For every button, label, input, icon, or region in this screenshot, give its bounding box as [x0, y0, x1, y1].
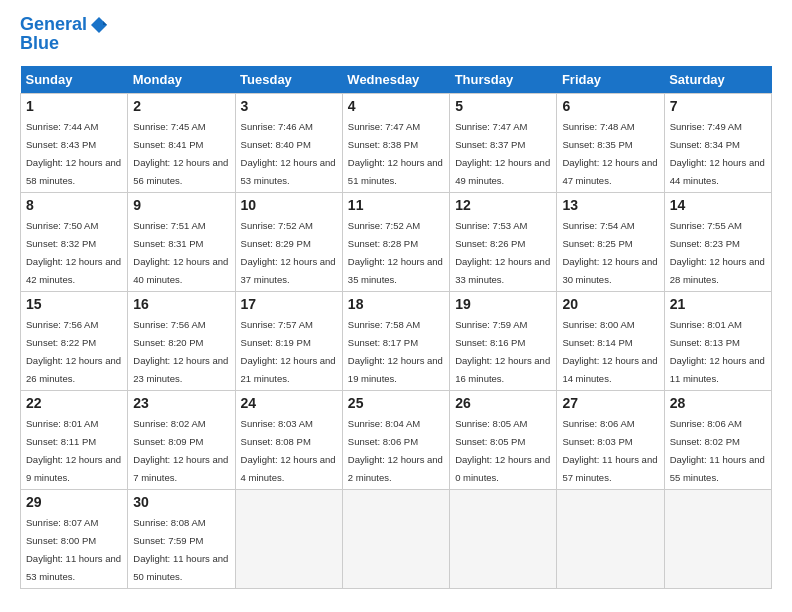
day-info: Sunrise: 7:49 AMSunset: 8:34 PMDaylight:… — [670, 121, 765, 186]
calendar-row-2: 15 Sunrise: 7:56 AMSunset: 8:22 PMDaylig… — [21, 292, 772, 391]
day-info: Sunrise: 8:06 AMSunset: 8:03 PMDaylight:… — [562, 418, 657, 483]
day-number: 2 — [133, 98, 229, 114]
day-info: Sunrise: 7:48 AMSunset: 8:35 PMDaylight:… — [562, 121, 657, 186]
day-cell-13: 13 Sunrise: 7:54 AMSunset: 8:25 PMDaylig… — [557, 193, 664, 292]
day-cell-4: 4 Sunrise: 7:47 AMSunset: 8:38 PMDayligh… — [342, 94, 449, 193]
day-info: Sunrise: 8:05 AMSunset: 8:05 PMDaylight:… — [455, 418, 550, 483]
day-number: 9 — [133, 197, 229, 213]
header-thursday: Thursday — [450, 66, 557, 94]
day-cell-19: 19 Sunrise: 7:59 AMSunset: 8:16 PMDaylig… — [450, 292, 557, 391]
day-cell-7: 7 Sunrise: 7:49 AMSunset: 8:34 PMDayligh… — [664, 94, 771, 193]
day-number: 23 — [133, 395, 229, 411]
day-number: 10 — [241, 197, 337, 213]
page-header: General Blue — [20, 15, 772, 54]
day-info: Sunrise: 7:47 AMSunset: 8:38 PMDaylight:… — [348, 121, 443, 186]
day-number: 21 — [670, 296, 766, 312]
day-number: 5 — [455, 98, 551, 114]
day-info: Sunrise: 7:56 AMSunset: 8:22 PMDaylight:… — [26, 319, 121, 384]
day-cell-2: 2 Sunrise: 7:45 AMSunset: 8:41 PMDayligh… — [128, 94, 235, 193]
day-cell-21: 21 Sunrise: 8:01 AMSunset: 8:13 PMDaylig… — [664, 292, 771, 391]
logo-text: General — [20, 15, 87, 35]
day-info: Sunrise: 7:51 AMSunset: 8:31 PMDaylight:… — [133, 220, 228, 285]
day-info: Sunrise: 7:58 AMSunset: 8:17 PMDaylight:… — [348, 319, 443, 384]
day-cell-17: 17 Sunrise: 7:57 AMSunset: 8:19 PMDaylig… — [235, 292, 342, 391]
day-cell-10: 10 Sunrise: 7:52 AMSunset: 8:29 PMDaylig… — [235, 193, 342, 292]
day-number: 22 — [26, 395, 122, 411]
day-cell-20: 20 Sunrise: 8:00 AMSunset: 8:14 PMDaylig… — [557, 292, 664, 391]
day-number: 14 — [670, 197, 766, 213]
day-number: 13 — [562, 197, 658, 213]
day-cell-23: 23 Sunrise: 8:02 AMSunset: 8:09 PMDaylig… — [128, 391, 235, 490]
header-saturday: Saturday — [664, 66, 771, 94]
day-info: Sunrise: 8:07 AMSunset: 8:00 PMDaylight:… — [26, 517, 121, 582]
day-cell-26: 26 Sunrise: 8:05 AMSunset: 8:05 PMDaylig… — [450, 391, 557, 490]
day-info: Sunrise: 8:01 AMSunset: 8:13 PMDaylight:… — [670, 319, 765, 384]
logo-blue: Blue — [20, 33, 59, 54]
calendar-row-3: 22 Sunrise: 8:01 AMSunset: 8:11 PMDaylig… — [21, 391, 772, 490]
day-cell-30: 30 Sunrise: 8:08 AMSunset: 7:59 PMDaylig… — [128, 490, 235, 589]
day-cell-1: 1 Sunrise: 7:44 AMSunset: 8:43 PMDayligh… — [21, 94, 128, 193]
day-cell-12: 12 Sunrise: 7:53 AMSunset: 8:26 PMDaylig… — [450, 193, 557, 292]
day-info: Sunrise: 7:59 AMSunset: 8:16 PMDaylight:… — [455, 319, 550, 384]
day-number: 11 — [348, 197, 444, 213]
day-info: Sunrise: 7:50 AMSunset: 8:32 PMDaylight:… — [26, 220, 121, 285]
day-info: Sunrise: 7:54 AMSunset: 8:25 PMDaylight:… — [562, 220, 657, 285]
day-cell-3: 3 Sunrise: 7:46 AMSunset: 8:40 PMDayligh… — [235, 94, 342, 193]
day-info: Sunrise: 7:47 AMSunset: 8:37 PMDaylight:… — [455, 121, 550, 186]
logo-icon — [89, 15, 109, 35]
day-number: 8 — [26, 197, 122, 213]
day-number: 6 — [562, 98, 658, 114]
day-cell-6: 6 Sunrise: 7:48 AMSunset: 8:35 PMDayligh… — [557, 94, 664, 193]
day-cell-18: 18 Sunrise: 7:58 AMSunset: 8:17 PMDaylig… — [342, 292, 449, 391]
day-number: 4 — [348, 98, 444, 114]
day-cell-24: 24 Sunrise: 8:03 AMSunset: 8:08 PMDaylig… — [235, 391, 342, 490]
day-cell-15: 15 Sunrise: 7:56 AMSunset: 8:22 PMDaylig… — [21, 292, 128, 391]
day-number: 16 — [133, 296, 229, 312]
day-number: 1 — [26, 98, 122, 114]
day-info: Sunrise: 7:52 AMSunset: 8:29 PMDaylight:… — [241, 220, 336, 285]
day-info: Sunrise: 8:01 AMSunset: 8:11 PMDaylight:… — [26, 418, 121, 483]
day-cell-22: 22 Sunrise: 8:01 AMSunset: 8:11 PMDaylig… — [21, 391, 128, 490]
day-number: 26 — [455, 395, 551, 411]
logo: General Blue — [20, 15, 109, 54]
day-cell-29: 29 Sunrise: 8:07 AMSunset: 8:00 PMDaylig… — [21, 490, 128, 589]
day-number: 27 — [562, 395, 658, 411]
day-number: 18 — [348, 296, 444, 312]
day-cell-11: 11 Sunrise: 7:52 AMSunset: 8:28 PMDaylig… — [342, 193, 449, 292]
day-info: Sunrise: 7:45 AMSunset: 8:41 PMDaylight:… — [133, 121, 228, 186]
day-info: Sunrise: 8:02 AMSunset: 8:09 PMDaylight:… — [133, 418, 228, 483]
header-row: SundayMondayTuesdayWednesdayThursdayFrid… — [21, 66, 772, 94]
day-number: 7 — [670, 98, 766, 114]
day-info: Sunrise: 7:44 AMSunset: 8:43 PMDaylight:… — [26, 121, 121, 186]
day-info: Sunrise: 8:03 AMSunset: 8:08 PMDaylight:… — [241, 418, 336, 483]
day-number: 15 — [26, 296, 122, 312]
day-number: 19 — [455, 296, 551, 312]
day-info: Sunrise: 8:00 AMSunset: 8:14 PMDaylight:… — [562, 319, 657, 384]
empty-cell — [342, 490, 449, 589]
day-cell-28: 28 Sunrise: 8:06 AMSunset: 8:02 PMDaylig… — [664, 391, 771, 490]
day-cell-14: 14 Sunrise: 7:55 AMSunset: 8:23 PMDaylig… — [664, 193, 771, 292]
day-number: 28 — [670, 395, 766, 411]
day-number: 20 — [562, 296, 658, 312]
day-number: 30 — [133, 494, 229, 510]
calendar-row-0: 1 Sunrise: 7:44 AMSunset: 8:43 PMDayligh… — [21, 94, 772, 193]
day-cell-25: 25 Sunrise: 8:04 AMSunset: 8:06 PMDaylig… — [342, 391, 449, 490]
day-number: 3 — [241, 98, 337, 114]
header-monday: Monday — [128, 66, 235, 94]
day-number: 25 — [348, 395, 444, 411]
empty-cell — [664, 490, 771, 589]
day-info: Sunrise: 7:52 AMSunset: 8:28 PMDaylight:… — [348, 220, 443, 285]
day-info: Sunrise: 8:04 AMSunset: 8:06 PMDaylight:… — [348, 418, 443, 483]
day-info: Sunrise: 7:56 AMSunset: 8:20 PMDaylight:… — [133, 319, 228, 384]
day-cell-9: 9 Sunrise: 7:51 AMSunset: 8:31 PMDayligh… — [128, 193, 235, 292]
day-number: 24 — [241, 395, 337, 411]
calendar-table: SundayMondayTuesdayWednesdayThursdayFrid… — [20, 66, 772, 589]
day-info: Sunrise: 7:46 AMSunset: 8:40 PMDaylight:… — [241, 121, 336, 186]
day-info: Sunrise: 7:55 AMSunset: 8:23 PMDaylight:… — [670, 220, 765, 285]
day-cell-5: 5 Sunrise: 7:47 AMSunset: 8:37 PMDayligh… — [450, 94, 557, 193]
day-number: 17 — [241, 296, 337, 312]
day-cell-8: 8 Sunrise: 7:50 AMSunset: 8:32 PMDayligh… — [21, 193, 128, 292]
day-info: Sunrise: 8:06 AMSunset: 8:02 PMDaylight:… — [670, 418, 765, 483]
calendar-row-1: 8 Sunrise: 7:50 AMSunset: 8:32 PMDayligh… — [21, 193, 772, 292]
day-info: Sunrise: 8:08 AMSunset: 7:59 PMDaylight:… — [133, 517, 228, 582]
